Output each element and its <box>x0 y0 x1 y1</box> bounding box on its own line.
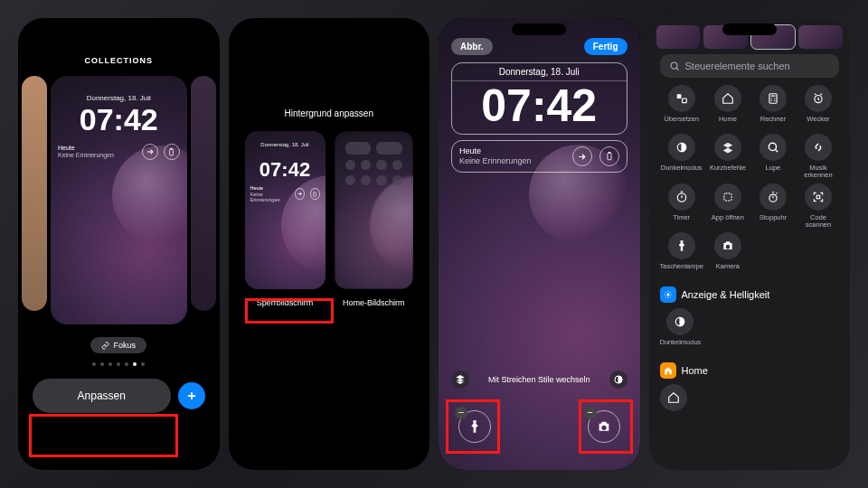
customize-bg-title: Hintergrund anpassen <box>229 108 430 118</box>
control-label: Home <box>719 116 737 130</box>
enter-arrow-icon[interactable] <box>572 146 592 166</box>
control-label: Timer <box>673 214 690 229</box>
next-wallpaper-peek[interactable] <box>191 76 216 311</box>
lockscreen-label: Sperrbildschirm <box>257 298 314 307</box>
control-label: Lupe <box>766 164 781 179</box>
focus-pill[interactable]: Fokus <box>90 337 146 353</box>
shazam-icon <box>805 134 832 161</box>
style-swipe-row[interactable]: Mit Streichen Stile wechseln <box>439 371 640 389</box>
control-calculator[interactable]: Rechner <box>752 85 794 130</box>
panel-controls-gallery: Steuerelemente suchen ÜbersetzenHomeRech… <box>649 18 851 470</box>
notch <box>722 23 777 35</box>
control-label: App öffnen <box>712 214 744 229</box>
svg-rect-8 <box>682 99 686 103</box>
reminders-widget-small: Heute Keine Erinnerungen <box>250 185 285 203</box>
customize-button[interactable]: Anpassen <box>33 379 171 413</box>
home-icon <box>660 384 687 411</box>
svg-rect-16 <box>816 195 820 199</box>
control-darkmode[interactable]: Dunkelmodus <box>660 134 703 180</box>
link-icon <box>101 342 109 350</box>
appopen-icon <box>714 183 741 211</box>
page-dots <box>18 362 220 366</box>
svg-rect-3 <box>607 153 610 160</box>
section-display-brightness: Anzeige & Helligkeit <box>660 286 840 303</box>
prev-wallpaper-peek[interactable] <box>22 76 47 311</box>
svg-point-17 <box>666 293 669 296</box>
done-button[interactable]: Fertig <box>584 38 627 55</box>
current-wallpaper-card[interactable]: Donnerstag, 18. Juli 07:42 Heute Keine E… <box>51 76 187 324</box>
lock-time-small: 07:42 <box>245 160 326 180</box>
focus-label: Fokus <box>113 341 136 350</box>
notch <box>91 23 146 35</box>
alarm-icon <box>805 85 832 112</box>
control-label: Übersetzen <box>665 116 699 130</box>
control-timer[interactable]: Timer <box>660 183 703 230</box>
enter-arrow-icon <box>142 144 158 160</box>
control-home[interactable]: Home <box>707 85 749 130</box>
calculator-icon <box>760 85 787 112</box>
control-camera[interactable]: Kamera <box>707 232 749 277</box>
editable-date[interactable]: Donnerstag, 18. Juli <box>452 63 627 81</box>
svg-rect-7 <box>676 94 681 99</box>
control-appopen[interactable]: App öffnen <box>707 183 749 230</box>
flashlight-quick-action[interactable]: − <box>458 410 491 443</box>
control-alarm[interactable]: Wecker <box>797 85 839 130</box>
collections-header: COLLECTIONS <box>18 56 220 65</box>
control-translate[interactable]: Übersetzen <box>660 85 703 130</box>
flashlight-icon <box>668 232 695 259</box>
control-flashlight[interactable]: Taschenlampe <box>660 232 703 277</box>
control-home-row[interactable] <box>660 384 687 429</box>
camera-quick-action[interactable]: − <box>588 410 620 443</box>
svg-rect-4 <box>609 152 610 153</box>
search-controls-field[interactable]: Steuerelemente suchen <box>660 54 840 78</box>
editable-time[interactable]: 07:42 <box>452 81 627 134</box>
lockscreen-choice[interactable]: Donnerstag, 18. Juli 07:42 Heute Keine E… <box>245 131 326 307</box>
shortcuts-icon <box>714 134 741 161</box>
control-stopwatch[interactable]: Stoppuhr <box>752 183 794 230</box>
darkmode-icon <box>668 134 695 161</box>
svg-point-12 <box>769 143 776 150</box>
homescreen-choice[interactable]: Home-Bildschirm <box>335 131 413 307</box>
battery-widget-icon <box>164 144 180 160</box>
camera-icon <box>714 232 741 259</box>
remove-badge-icon[interactable]: − <box>455 407 467 419</box>
battery-widget-icon[interactable] <box>599 146 619 166</box>
notch <box>302 23 356 35</box>
add-wallpaper-button[interactable] <box>178 382 205 409</box>
control-darkmode-row[interactable]: Dunkelmodus <box>660 308 702 353</box>
stopwatch-icon <box>760 183 787 211</box>
control-magnifier[interactable]: Lupe <box>752 134 794 180</box>
highlight-customize <box>29 414 178 457</box>
control-shortcuts[interactable]: Kurzbefehle <box>707 134 749 180</box>
search-icon <box>669 61 680 71</box>
remove-badge-icon[interactable]: − <box>584 407 597 419</box>
layers-icon[interactable] <box>451 371 469 389</box>
reminders-widget: Heute Keine Erinnerungen <box>58 145 114 160</box>
darkmode-icon <box>666 308 693 335</box>
display-section-icon <box>660 286 676 303</box>
widgets-editable[interactable]: Heute Keine Erinnerungen <box>451 140 627 173</box>
cancel-button[interactable]: Abbr. <box>451 38 493 55</box>
appearance-icon[interactable] <box>609 371 627 389</box>
panel-collections: COLLECTIONS Donnerstag, 18. Juli 07:42 H… <box>18 18 220 470</box>
date-time-editable[interactable]: Donnerstag, 18. Juli 07:42 <box>451 62 627 135</box>
reminders-widget-edit[interactable]: Heute Keine Erinnerungen <box>459 146 565 166</box>
svg-rect-1 <box>171 148 173 149</box>
magnifier-icon <box>760 134 787 161</box>
lock-time: 07:42 <box>51 104 187 135</box>
panel-lockscreen-editor: Abbr. Fertig Donnerstag, 18. Juli 07:42 … <box>439 18 640 470</box>
control-label: Dunkelmodus <box>661 164 703 179</box>
control-scancode[interactable]: Code scannen <box>797 183 839 230</box>
wallpaper-carousel[interactable]: Donnerstag, 18. Juli 07:42 Heute Keine E… <box>18 76 220 333</box>
svg-rect-9 <box>769 94 777 104</box>
timer-icon <box>668 183 695 211</box>
control-label: Code scannen <box>797 214 839 230</box>
control-label: Taschenlampe <box>660 263 703 277</box>
home-icon <box>714 85 741 112</box>
control-label: Rechner <box>760 116 786 130</box>
home-icon-grid <box>345 142 402 278</box>
svg-rect-2 <box>314 192 316 197</box>
control-label: Kurzbefehle <box>710 164 746 179</box>
lock-date: Donnerstag, 18. Juli <box>51 94 187 102</box>
control-shazam[interactable]: Musik erkennen <box>797 134 839 180</box>
